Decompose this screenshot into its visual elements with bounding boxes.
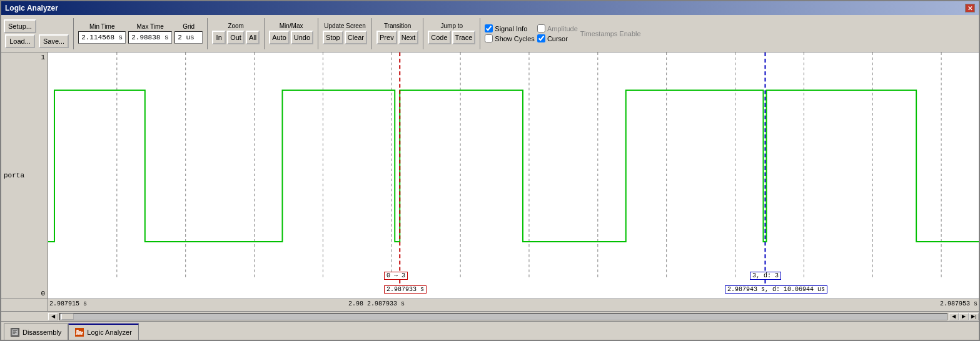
toolbar: Setup... Load... Save... Min Time 2.1145… xyxy=(1,15,979,52)
scroll-right-button[interactable]: ▶ xyxy=(959,313,969,320)
sep2 xyxy=(207,18,208,49)
timestamps-label: Timestamps Enable xyxy=(580,30,641,37)
cursor1-time: 2.987933 s xyxy=(386,286,424,293)
logic-icon xyxy=(75,328,84,337)
time-axis: 2.987915 s 2.98 2.987933 s 2.987953 s xyxy=(48,299,979,311)
logic-analyzer-tab-label: Logic Analyzer xyxy=(87,329,132,336)
scroll-left-button[interactable]: ◀ xyxy=(48,313,58,320)
jump-to-group: Jump to Code Trace xyxy=(428,22,475,44)
signal-labels-column: 1 porta 0 xyxy=(1,52,48,299)
code-button[interactable]: Code xyxy=(428,31,450,44)
tab-disassembly[interactable]: Disassembly xyxy=(4,324,68,340)
waveform-area[interactable]: 0 → 3 2.987933 s 3, d: 3 2.987943 s, d: … xyxy=(48,52,979,299)
checkbox-group: Signal Info Show Cycles xyxy=(485,24,535,42)
disasm-icon xyxy=(11,328,19,337)
update-buttons: Stop Clear xyxy=(323,31,367,44)
title-bar: Logic Analyzer ✕ xyxy=(1,1,979,15)
timestamps-group: Timestamps Enable xyxy=(580,30,641,37)
scroll-right-start-button[interactable]: ◀ xyxy=(949,313,959,320)
setup-load-group: Setup... Load... xyxy=(4,19,36,48)
zoom-all-button[interactable]: All xyxy=(246,31,260,44)
zoom-label: Zoom xyxy=(228,22,244,29)
signal-y-top: 1 xyxy=(4,54,45,61)
show-cycles-checkbox[interactable] xyxy=(485,34,493,42)
transition-group: Transition Prev Next xyxy=(376,22,418,44)
cursor-label: Cursor xyxy=(547,35,568,42)
max-time-group: Max Time 2.98838 s xyxy=(128,23,172,44)
main-area: 1 porta 0 xyxy=(1,52,979,299)
amp-cursor-checks: Amplitude Cursor xyxy=(537,24,578,42)
cursor2-time-box: 2.987943 s, d: 10.06944 us xyxy=(725,285,827,294)
cursor1-value: 0 → 3 xyxy=(386,272,405,279)
scroll-right-end-button[interactable]: ▶| xyxy=(969,313,979,320)
signal-info-row: Signal Info xyxy=(485,24,535,32)
setup-button[interactable]: Setup... xyxy=(4,19,36,33)
min-time-label: Min Time xyxy=(89,23,115,30)
grid-group: Grid 2 us xyxy=(174,23,203,44)
tab-logic-analyzer[interactable]: Logic Analyzer xyxy=(68,324,139,340)
amplitude-checkbox[interactable] xyxy=(537,24,545,32)
sep3 xyxy=(264,18,265,49)
sep6 xyxy=(423,18,423,49)
transition-label: Transition xyxy=(384,22,412,29)
close-button[interactable]: ✕ xyxy=(965,4,975,12)
checkboxes: Signal Info Show Cycles xyxy=(485,24,535,42)
sep4 xyxy=(318,18,318,49)
zoom-buttons: In Out All xyxy=(212,31,260,44)
cursor1-value-box: 0 → 3 xyxy=(384,272,408,280)
stop-button[interactable]: Stop xyxy=(323,31,343,44)
svg-rect-15 xyxy=(12,329,18,335)
zoom-in-button[interactable]: In xyxy=(212,31,226,44)
auto-button[interactable]: Auto xyxy=(269,31,290,44)
signal-info-checkbox[interactable] xyxy=(485,24,493,32)
time-left: 2.987915 s xyxy=(49,300,87,307)
sep1 xyxy=(73,18,74,49)
save-group: Save... xyxy=(39,19,69,48)
save-button[interactable]: Save... xyxy=(39,34,69,48)
cursor2-value: 3, d: 3 xyxy=(752,272,779,279)
zoom-group: Zoom In Out All xyxy=(212,22,260,44)
signal-name: porta xyxy=(4,172,24,179)
transition-buttons: Prev Next xyxy=(376,31,418,44)
amplitude-label: Amplitude xyxy=(547,25,578,32)
cursor2-value-box: 3, d: 3 xyxy=(750,272,781,280)
show-cycles-row: Show Cycles xyxy=(485,34,535,42)
cursor-row: Cursor xyxy=(537,34,578,42)
window-title: Logic Analyzer xyxy=(5,4,58,12)
cursor1-time-box: 2.987933 s xyxy=(384,285,427,294)
grid-value: 2 us xyxy=(174,31,203,44)
amplitude-row: Amplitude xyxy=(537,24,578,32)
sep7 xyxy=(480,18,480,49)
zoom-out-button[interactable]: Out xyxy=(227,31,245,44)
update-screen-label: Update Screen xyxy=(324,22,366,29)
clear-button[interactable]: Clear xyxy=(345,31,367,44)
disassembly-tab-label: Disassembly xyxy=(23,329,61,336)
minmax-label: Min/Max xyxy=(280,22,303,29)
signal-info-label: Signal Info xyxy=(495,25,527,32)
time-cursor1: 2.987933 s xyxy=(367,300,405,307)
trace-button[interactable]: Trace xyxy=(452,31,476,44)
cursor-checkbox[interactable] xyxy=(537,34,545,42)
min-time-value: 2.114568 s xyxy=(78,31,126,44)
update-screen-group: Update Screen Stop Clear xyxy=(323,22,367,44)
scrollbar-thumb[interactable] xyxy=(61,314,74,320)
prev-button[interactable]: Prev xyxy=(376,31,397,44)
waveform-svg xyxy=(48,52,979,299)
scrollbar-track[interactable] xyxy=(59,313,947,320)
minmax-group: Min/Max Auto Undo xyxy=(269,22,313,44)
show-cycles-label: Show Cycles xyxy=(495,35,535,42)
load-button[interactable]: Load... xyxy=(5,34,35,48)
main-window: Logic Analyzer ✕ Setup... Load... Save..… xyxy=(0,0,980,341)
undo-button[interactable]: Undo xyxy=(291,31,313,44)
sep5 xyxy=(371,18,372,49)
scrollbar-area: ◀ ◀ ▶ ▶| xyxy=(1,311,979,321)
time-mid-left: 2.98 xyxy=(348,300,363,307)
jump-buttons: Code Trace xyxy=(428,31,475,44)
jump-to-label: Jump to xyxy=(441,22,463,29)
signal-y-bottom: 0 xyxy=(4,290,45,297)
grid-label: Grid xyxy=(183,23,194,30)
min-time-group: Min Time 2.114568 s xyxy=(78,23,126,44)
minmax-buttons: Auto Undo xyxy=(269,31,313,44)
next-button[interactable]: Next xyxy=(398,31,419,44)
amplitude-cursor-group: Amplitude Cursor xyxy=(537,24,578,42)
